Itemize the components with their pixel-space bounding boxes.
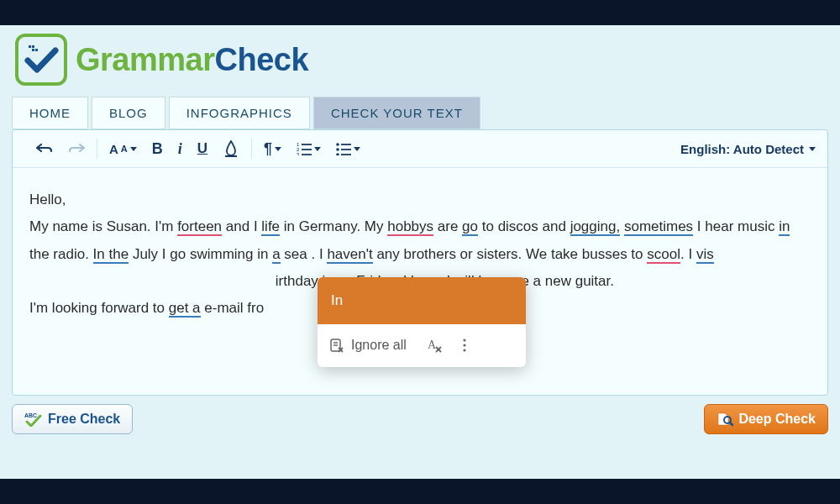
- brand-name: GrammarCheck: [76, 42, 308, 78]
- error-havent[interactable]: haven't: [327, 246, 372, 264]
- error-vis[interactable]: vis: [696, 246, 714, 264]
- svg-point-26: [463, 344, 465, 347]
- bullet-list-button[interactable]: [336, 142, 360, 155]
- numbered-list-button[interactable]: 123: [297, 142, 321, 155]
- error-life[interactable]: life: [261, 218, 280, 236]
- editor: AA B i U ¶ 123: [12, 129, 828, 396]
- ignore-icon: [329, 338, 344, 353]
- svg-rect-0: [29, 45, 31, 48]
- magnify-doc-icon: [717, 412, 733, 427]
- suggestion-text[interactable]: In: [318, 277, 526, 324]
- svg-rect-3: [35, 49, 38, 51]
- nav-infographics[interactable]: INFOGRAPHICS: [169, 97, 310, 129]
- ignore-all-button[interactable]: Ignore all: [329, 333, 407, 358]
- font-x-icon: A: [427, 338, 442, 353]
- svg-point-27: [463, 349, 465, 352]
- paragraph-button[interactable]: ¶: [264, 140, 281, 158]
- svg-text:ABC: ABC: [24, 412, 37, 418]
- svg-rect-4: [225, 155, 237, 157]
- font-size-button[interactable]: AA: [109, 142, 137, 156]
- page-container: GrammarCheck HOME BLOG INFOGRAPHICS CHEC…: [0, 25, 840, 479]
- suggestion-popup: In Ignore all A: [318, 277, 526, 367]
- italic-button[interactable]: i: [178, 140, 182, 157]
- svg-point-12: [336, 148, 339, 151]
- svg-rect-1: [32, 45, 34, 48]
- bold-button[interactable]: B: [152, 140, 163, 157]
- svg-line-30: [730, 423, 732, 425]
- header: GrammarCheck: [0, 25, 840, 90]
- delete-rule-button[interactable]: A: [427, 338, 442, 353]
- nav-blog[interactable]: BLOG: [92, 97, 165, 129]
- error-a-sea[interactable]: a: [272, 246, 280, 264]
- deep-check-button[interactable]: Deep Check: [704, 404, 828, 434]
- footer: ABC Free Check Deep Check: [0, 396, 840, 443]
- text-editor-content[interactable]: Hello, My name is Susan. I'm forteen and…: [13, 168, 827, 395]
- error-in-the[interactable]: In the: [93, 246, 129, 264]
- error-scool[interactable]: scool: [647, 246, 680, 264]
- main-nav: HOME BLOG INFOGRAPHICS CHECK YOUR TEXT: [12, 97, 840, 129]
- logo-icon: [15, 34, 67, 86]
- kebab-icon: [462, 338, 467, 353]
- error-hobbys[interactable]: hobbys: [387, 218, 433, 236]
- nav-check-text[interactable]: CHECK YOUR TEXT: [313, 97, 480, 129]
- abc-check-icon: ABC: [24, 412, 43, 427]
- svg-point-25: [463, 339, 465, 342]
- error-sometimes[interactable]: sometimes: [624, 218, 693, 236]
- svg-text:3: 3: [297, 152, 300, 155]
- nav-home[interactable]: HOME: [12, 97, 88, 129]
- toolbar: AA B i U ¶ 123: [13, 130, 827, 168]
- svg-rect-2: [32, 49, 34, 51]
- error-in-radio[interactable]: in: [779, 218, 790, 236]
- svg-point-13: [336, 153, 339, 155]
- language-selector[interactable]: English: Auto Detect: [680, 142, 816, 156]
- free-check-button[interactable]: ABC Free Check: [12, 404, 133, 434]
- bottom-bar: [0, 479, 840, 504]
- error-forteen[interactable]: forteen: [177, 218, 222, 236]
- svg-text:A: A: [428, 339, 437, 351]
- error-go[interactable]: go: [462, 218, 478, 236]
- more-options-button[interactable]: [462, 338, 467, 353]
- underline-button[interactable]: U: [197, 140, 207, 157]
- undo-button[interactable]: [36, 140, 53, 157]
- text-color-button[interactable]: [223, 140, 239, 157]
- svg-point-11: [336, 143, 339, 146]
- redo-button[interactable]: [68, 140, 85, 157]
- error-jogging[interactable]: jogging,: [570, 218, 621, 236]
- error-get-a[interactable]: get a: [169, 300, 201, 318]
